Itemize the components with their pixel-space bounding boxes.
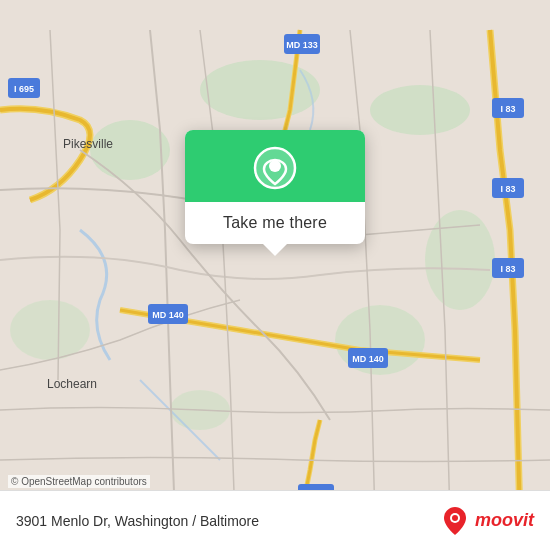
svg-point-29 (452, 515, 458, 521)
popup-triangle (263, 244, 287, 256)
popup-top (185, 130, 365, 202)
bottom-bar: 3901 Menlo Dr, Washington / Baltimore mo… (0, 490, 550, 550)
svg-point-6 (10, 300, 90, 360)
svg-text:I 83: I 83 (500, 184, 515, 194)
moovit-label: moovit (475, 510, 534, 531)
svg-text:I 83: I 83 (500, 264, 515, 274)
svg-text:Lochearn: Lochearn (47, 377, 97, 391)
svg-point-1 (200, 60, 320, 120)
location-pin-icon (253, 146, 297, 190)
map-attribution: © OpenStreetMap contributors (8, 475, 150, 488)
map-container: I 695 I 83 I 83 I 83 MD 133 MD 140 MD 14… (0, 0, 550, 550)
popup-bottom: Take me there (185, 202, 365, 244)
take-me-there-button[interactable]: Take me there (223, 214, 327, 232)
svg-text:MD 140: MD 140 (352, 354, 384, 364)
svg-text:I 83: I 83 (500, 104, 515, 114)
svg-text:MD 140: MD 140 (152, 310, 184, 320)
svg-point-2 (370, 85, 470, 135)
moovit-logo: moovit (439, 505, 534, 537)
popup-card: Take me there (185, 130, 365, 244)
address-text: 3901 Menlo Dr, Washington / Baltimore (16, 513, 259, 529)
svg-point-4 (425, 210, 495, 310)
moovit-pin-icon (439, 505, 471, 537)
svg-text:I 695: I 695 (14, 84, 34, 94)
svg-text:MD 133: MD 133 (286, 40, 318, 50)
svg-text:Pikesville: Pikesville (63, 137, 113, 151)
map-background: I 695 I 83 I 83 I 83 MD 133 MD 140 MD 14… (0, 0, 550, 550)
